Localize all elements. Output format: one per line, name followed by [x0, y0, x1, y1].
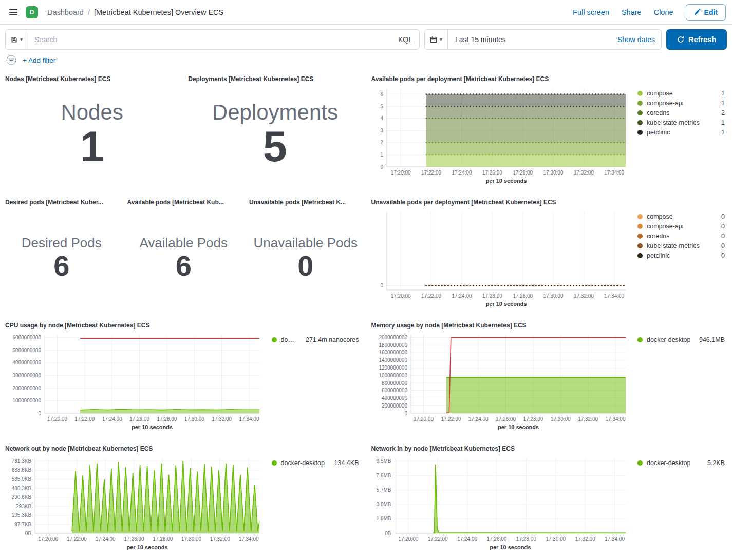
svg-text:1800000000: 1800000000	[379, 342, 407, 348]
legend-item-petclinic[interactable]: petclinic0	[637, 252, 725, 259]
panel-title-network-out[interactable]: Network out by node [Metricbeat Kubernet…	[5, 444, 362, 453]
legend-color-dot	[637, 224, 643, 229]
svg-text:per 10 seconds: per 10 seconds	[490, 544, 531, 550]
panel-title-memory-usage[interactable]: Memory usage by node [Metricbeat Kuberne…	[371, 321, 728, 330]
unavailable-pods-per-deployment-chart: 17:20:0017:22:0017:24:0017:26:0017:28:00…	[371, 207, 632, 308]
legend-item-coredns[interactable]: coredns0	[637, 233, 725, 240]
legend-series-value: 134.4KB	[330, 459, 359, 467]
edit-button[interactable]: Edit	[686, 4, 726, 21]
chart-area: 17:20:0017:22:0017:24:0017:26:0017:28:00…	[371, 453, 728, 556]
svg-text:585.9KB: 585.9KB	[12, 476, 32, 482]
svg-text:17:22:00: 17:22:00	[441, 416, 461, 422]
filter-icon[interactable]	[6, 55, 16, 65]
refresh-button[interactable]: Refresh	[666, 29, 727, 50]
panel-title-unavailable-pods[interactable]: Unavailable pods [Metricbeat K...	[249, 198, 362, 207]
legend-item-docker-desktop[interactable]: docker-desktop946.1MB	[637, 336, 725, 343]
panel-title-unavailable-pods-per-deployment[interactable]: Unavailable pods per deployment [Metricb…	[371, 198, 728, 207]
svg-text:1400000000: 1400000000	[379, 357, 407, 363]
svg-text:488.3KB: 488.3KB	[12, 486, 32, 491]
svg-text:17:30:00: 17:30:00	[550, 416, 570, 422]
nodes-metric: Nodes 1	[5, 84, 179, 194]
legend-series-name: docker-desktop	[281, 336, 297, 343]
legend-item-kube-state-metrics[interactable]: kube-state-metrics1	[637, 119, 725, 126]
time-range-label[interactable]: Last 15 minutes	[448, 35, 513, 44]
svg-text:17:24:00: 17:24:00	[96, 536, 116, 542]
legend-series-name: kube-state-metrics	[647, 242, 700, 249]
legend-item-coredns[interactable]: coredns2	[637, 109, 725, 117]
panel-title-cpu-usage[interactable]: CPU usage by node [Metricbeat Kubernetes…	[5, 321, 362, 330]
pencil-icon	[694, 9, 701, 15]
legend-color-dot	[637, 130, 643, 135]
metric-label: Deployments	[212, 100, 338, 125]
filter-bar: + Add filter	[0, 53, 732, 68]
legend-item-compose[interactable]: compose0	[637, 213, 725, 220]
legend-item-docker-desktop[interactable]: docker-desktop134.4KB	[272, 459, 359, 467]
panel-available-pods: Available pods [Metricbeat Kub... Availa…	[122, 194, 245, 317]
svg-text:6000000000: 6000000000	[12, 335, 41, 340]
legend-item-compose-api[interactable]: compose-api0	[637, 223, 725, 230]
dashboard-row-1: Nodes [Metricbeat Kubernetes] ECS Nodes …	[0, 70, 732, 194]
legend-item-docker-desktop[interactable]: docker-desktop5.2KB	[637, 459, 725, 467]
svg-text:17:26:00: 17:26:00	[124, 536, 144, 542]
add-filter-link[interactable]: + Add filter	[23, 56, 55, 64]
panel-title-nodes[interactable]: Nodes [Metricbeat Kubernetes] ECS	[5, 74, 179, 84]
svg-text:0B: 0B	[25, 531, 32, 536]
svg-text:3.8MB: 3.8MB	[376, 501, 391, 507]
panel-title-desired-pods[interactable]: Desired pods [Metricbeat Kuber...	[5, 198, 118, 207]
breadcrumb-dashboard[interactable]: Dashboard	[47, 8, 84, 16]
legend-item-compose-api[interactable]: compose-api1	[637, 100, 725, 107]
svg-text:293KB: 293KB	[16, 504, 31, 509]
legend-color-dot	[637, 120, 643, 125]
legend-series-name: petclinic	[647, 129, 670, 136]
legend-series-name: docker-desktop	[281, 459, 325, 467]
unavailable-pods-metric: Unavailable Pods 0	[249, 207, 362, 317]
legend-series-name: docker-desktop	[647, 459, 690, 467]
legend-item-compose[interactable]: compose1	[637, 90, 725, 97]
legend-series-value: 1	[717, 129, 725, 136]
svg-text:800000000: 800000000	[381, 380, 407, 386]
show-dates-link[interactable]: Show dates	[611, 35, 661, 44]
svg-text:17:34:00: 17:34:00	[239, 536, 259, 542]
panel-title-deployments[interactable]: Deployments [Metricbeat Kubernetes] ECS	[188, 74, 362, 84]
legend-color-dot	[272, 337, 277, 342]
memory-usage-chart: 17:20:0017:22:0017:24:0017:26:0017:28:00…	[371, 330, 632, 432]
panel-deployments: Deployments [Metricbeat Kubernetes] ECS …	[183, 70, 366, 194]
calendar-button[interactable]: ▾	[425, 30, 448, 49]
legend-item-docker-desktop[interactable]: docker-desktop271.4m nanocores	[272, 336, 359, 343]
svg-text:per 10 seconds: per 10 seconds	[485, 178, 527, 184]
kql-selector[interactable]: KQL	[391, 30, 419, 49]
chart-area: 17:20:0017:22:0017:24:0017:26:0017:28:00…	[371, 330, 728, 440]
svg-text:9.5MB: 9.5MB	[376, 458, 391, 464]
svg-text:17:28:00: 17:28:00	[513, 293, 533, 299]
svg-text:17:32:00: 17:32:00	[212, 416, 232, 422]
clone-link[interactable]: Clone	[654, 8, 673, 16]
date-picker: ▾ Last 15 minutes Show dates	[424, 29, 662, 50]
svg-text:0: 0	[404, 411, 407, 416]
menu-button[interactable]	[6, 6, 21, 19]
svg-text:5.7MB: 5.7MB	[376, 487, 391, 493]
panel-available-pods-per-deployment: Available pods per deployment [Metricbea…	[366, 70, 732, 194]
dashboard: Nodes [Metricbeat Kubernetes] ECS Nodes …	[0, 68, 732, 556]
svg-text:0: 0	[380, 283, 383, 288]
svg-text:195.3KB: 195.3KB	[12, 512, 32, 518]
share-link[interactable]: Share	[622, 8, 642, 16]
legend-series-name: docker-desktop	[647, 336, 690, 343]
svg-text:1000000000: 1000000000	[12, 398, 41, 403]
legend-item-petclinic[interactable]: petclinic1	[637, 129, 725, 136]
legend-color-dot	[637, 243, 643, 248]
svg-text:17:30:00: 17:30:00	[543, 293, 563, 299]
svg-text:683.6KB: 683.6KB	[12, 467, 32, 473]
metric-label: Unavailable Pods	[254, 235, 358, 251]
panel-title-network-in[interactable]: Network in by node [Metricbeat Kubernete…	[371, 444, 728, 453]
full-screen-link[interactable]: Full screen	[573, 8, 609, 16]
metric-value: 6	[53, 251, 69, 280]
search-input[interactable]	[28, 30, 391, 49]
legend-color-dot	[637, 253, 643, 258]
svg-text:97.7KB: 97.7KB	[14, 522, 31, 527]
saved-query-button[interactable]: ▾	[6, 30, 28, 49]
space-avatar[interactable]: D	[26, 6, 38, 18]
legend-item-kube-state-metrics[interactable]: kube-state-metrics0	[637, 242, 725, 249]
panel-title-available-pods[interactable]: Available pods [Metricbeat Kub...	[127, 198, 240, 207]
svg-text:5: 5	[380, 104, 383, 109]
panel-title-available-pods-per-deployment[interactable]: Available pods per deployment [Metricbea…	[371, 74, 728, 84]
